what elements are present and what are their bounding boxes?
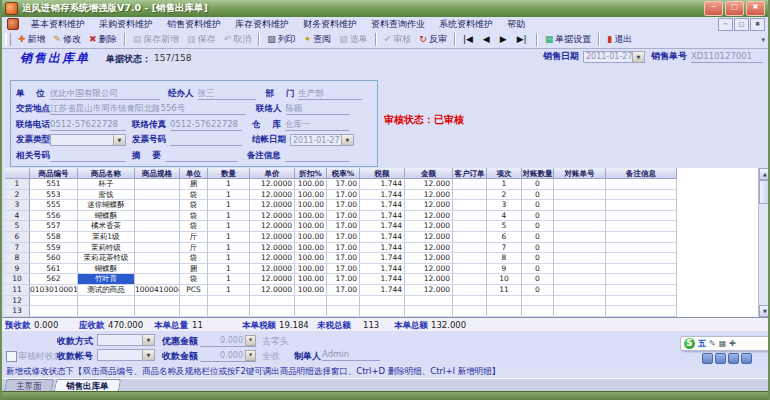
- cell[interactable]: [327, 296, 360, 307]
- cell[interactable]: 1.744: [360, 274, 405, 285]
- handler-field[interactable]: 张三: [198, 88, 256, 100]
- sogou-icon[interactable]: S: [684, 338, 695, 349]
- cell[interactable]: [135, 253, 180, 264]
- cell[interactable]: [453, 296, 487, 307]
- cell[interactable]: 1: [208, 274, 250, 285]
- nav-next-button[interactable]: ▶: [496, 32, 513, 47]
- maker-field[interactable]: Admin: [322, 349, 380, 361]
- close-button[interactable]: ✖: [746, 1, 765, 16]
- cell[interactable]: [180, 296, 208, 307]
- cell[interactable]: [606, 306, 677, 317]
- chevron-down-icon[interactable]: ▼: [245, 335, 256, 346]
- cell[interactable]: [606, 179, 677, 190]
- chevron-down-icon[interactable]: ▼: [142, 335, 154, 345]
- ime-sub-icon[interactable]: [728, 353, 739, 364]
- cell[interactable]: [135, 232, 180, 243]
- cell[interactable]: 12.000: [405, 190, 453, 201]
- cell[interactable]: 1.744: [360, 179, 405, 190]
- cell[interactable]: 0103010001: [30, 285, 78, 296]
- cell[interactable]: 560: [30, 253, 78, 264]
- cell[interactable]: 3: [487, 200, 522, 211]
- cell[interactable]: [522, 306, 554, 317]
- cell[interactable]: 557: [30, 221, 78, 232]
- mdi-minimize-button[interactable]: ─: [718, 18, 733, 31]
- cell[interactable]: 4: [487, 211, 522, 222]
- cell[interactable]: 迷你蝴蝶酥: [78, 200, 135, 211]
- cell[interactable]: 12.000: [405, 221, 453, 232]
- chevron-down-icon[interactable]: ▼: [113, 135, 125, 145]
- cell[interactable]: 12.0000: [250, 264, 295, 275]
- sale-date-combo[interactable]: 2011-01-27 ▼: [583, 51, 645, 63]
- cell[interactable]: 12.0000: [250, 243, 295, 254]
- cell[interactable]: 9: [487, 264, 522, 275]
- cell[interactable]: [606, 200, 677, 211]
- selected-cell[interactable]: 竹叶青: [78, 274, 135, 285]
- cell[interactable]: 1: [208, 232, 250, 243]
- cell[interactable]: 100.00: [295, 232, 327, 243]
- cell[interactable]: 10: [487, 274, 522, 285]
- cell[interactable]: [453, 221, 487, 232]
- cell[interactable]: [453, 253, 487, 264]
- cell[interactable]: 562: [30, 274, 78, 285]
- menu-item-5[interactable]: 资料查询作业: [364, 18, 432, 31]
- keyboard-icon[interactable]: ▦: [719, 340, 727, 348]
- cell[interactable]: 袋: [180, 253, 208, 264]
- cell[interactable]: 100.00: [295, 243, 327, 254]
- menu-item-7[interactable]: 帮助: [500, 18, 532, 31]
- cell[interactable]: 袋: [180, 190, 208, 201]
- cell[interactable]: 0: [522, 221, 554, 232]
- cell[interactable]: [405, 296, 453, 307]
- receipt-amount-field[interactable]: 0.000 ▼: [200, 349, 256, 362]
- cell[interactable]: 17.00: [327, 285, 360, 296]
- ime-sub-icons[interactable]: [702, 353, 752, 364]
- menu-item-0[interactable]: 基本资料维护: [24, 18, 92, 31]
- cell[interactable]: [453, 264, 487, 275]
- cell[interactable]: 茉莉花茶特级: [78, 253, 135, 264]
- remark-field[interactable]: [285, 150, 349, 162]
- settle-date-combo[interactable]: 2011-01-27 ▼: [290, 134, 354, 146]
- cell[interactable]: [487, 296, 522, 307]
- cell[interactable]: 0: [522, 243, 554, 254]
- cell[interactable]: 0: [522, 190, 554, 201]
- cell[interactable]: 100.00: [295, 221, 327, 232]
- cell[interactable]: 0: [522, 179, 554, 190]
- cell[interactable]: [208, 306, 250, 317]
- cell[interactable]: 捆: [180, 264, 208, 275]
- chevron-down-icon[interactable]: ▼: [245, 350, 256, 361]
- cell[interactable]: 斤: [180, 243, 208, 254]
- cell[interactable]: 12.000: [405, 211, 453, 222]
- toolbar-button-查阅[interactable]: ✦查阅: [300, 32, 336, 47]
- cell[interactable]: [135, 190, 180, 201]
- wubi-icon[interactable]: 五: [698, 340, 706, 348]
- cell[interactable]: 6: [487, 232, 522, 243]
- cell[interactable]: [606, 232, 677, 243]
- cell[interactable]: 1000410004 0.: [135, 285, 180, 296]
- cell[interactable]: 1.744: [360, 264, 405, 275]
- cell[interactable]: 100.00: [295, 264, 327, 275]
- toolbar-button-退出[interactable]: ▮退出: [603, 32, 636, 47]
- cell[interactable]: 551: [30, 179, 78, 190]
- cell[interactable]: [554, 306, 606, 317]
- cell[interactable]: 8: [487, 253, 522, 264]
- cell[interactable]: [554, 232, 606, 243]
- cell[interactable]: [208, 296, 250, 307]
- cell[interactable]: 12.0000: [250, 232, 295, 243]
- cell[interactable]: [606, 190, 677, 201]
- cell[interactable]: 袋: [180, 274, 208, 285]
- cell[interactable]: 17.00: [327, 232, 360, 243]
- cell[interactable]: [453, 190, 487, 201]
- phone-field[interactable]: 0512-57622728: [50, 119, 126, 131]
- mdi-restore-button[interactable]: □: [734, 18, 749, 31]
- cell[interactable]: [295, 296, 327, 307]
- cell[interactable]: 1.744: [360, 190, 405, 201]
- scroll-up-icon[interactable]: ▲: [759, 168, 770, 180]
- invoice-no-field[interactable]: [170, 134, 242, 146]
- cell[interactable]: 100.00: [295, 179, 327, 190]
- cell[interactable]: 100.00: [295, 211, 327, 222]
- menu-item-1[interactable]: 采购资料维护: [92, 18, 160, 31]
- cell[interactable]: [453, 274, 487, 285]
- cell[interactable]: 12.0000: [250, 200, 295, 211]
- cell[interactable]: [327, 306, 360, 317]
- cell[interactable]: 1: [208, 285, 250, 296]
- discount-amount-field[interactable]: 0.000 ▼: [200, 334, 256, 347]
